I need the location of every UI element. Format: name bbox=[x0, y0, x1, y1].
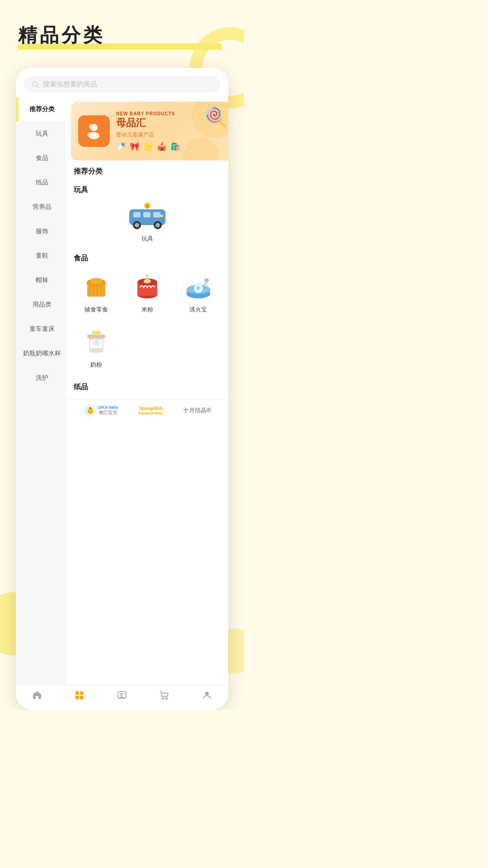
svg-rect-49 bbox=[75, 696, 79, 699]
category-item-qinghuobao[interactable]: 清火宝 bbox=[173, 266, 224, 321]
sidebar-item-nutrition[interactable]: 营养品 bbox=[16, 195, 66, 219]
phone-mockup: 搜索你想要的商品 推荐分类 玩具 食品 纸品 营养品 服饰 童鞋 帽袜 用品类 … bbox=[16, 68, 228, 710]
svg-rect-7 bbox=[133, 212, 141, 217]
milk-powder-icon bbox=[81, 326, 112, 357]
banner-icon-2: 🎀 bbox=[130, 142, 140, 151]
svg-point-31 bbox=[145, 274, 149, 277]
chat-icon bbox=[117, 690, 127, 703]
qinghuobao-label: 清火宝 bbox=[189, 306, 207, 314]
svg-point-56 bbox=[205, 692, 209, 695]
bus-svg bbox=[127, 201, 168, 231]
section-title-toys: 玩具 bbox=[66, 179, 228, 198]
nav-item-category[interactable] bbox=[58, 690, 101, 703]
rice-flour-icon-wrap bbox=[131, 270, 164, 303]
nav-item-cart[interactable] bbox=[143, 690, 186, 703]
svg-rect-9 bbox=[153, 212, 160, 217]
nav-item-home[interactable] bbox=[16, 690, 58, 703]
search-bar: 搜索你想要的商品 bbox=[16, 68, 228, 97]
rice-flour-icon bbox=[132, 271, 163, 302]
sidebar-item-bottle[interactable]: 奶瓶奶嘴水杯 bbox=[16, 341, 66, 366]
svg-point-13 bbox=[155, 223, 160, 227]
october-label: 十月结晶® bbox=[183, 407, 211, 414]
brand-zhiji: 👶 ZHIJI baby 智己宝贝 bbox=[84, 404, 118, 417]
grid-icon bbox=[74, 690, 85, 703]
toy-bus-icon bbox=[127, 201, 168, 233]
brand-spongebob: SpongeBob SquarePants bbox=[138, 406, 163, 415]
rice-flour-label: 米粉 bbox=[141, 306, 153, 314]
cart-icon bbox=[159, 690, 170, 703]
toy-section: 玩具 bbox=[66, 198, 228, 247]
svg-point-0 bbox=[33, 82, 38, 87]
zhiji-label: ZHIJI baby 智己宝贝 bbox=[98, 405, 118, 416]
brand-october: 十月结晶® bbox=[183, 406, 211, 415]
search-icon bbox=[31, 80, 39, 89]
svg-point-46 bbox=[95, 340, 98, 343]
nav-item-message[interactable] bbox=[101, 690, 143, 703]
svg-point-25 bbox=[90, 278, 103, 284]
search-input-wrap[interactable]: 搜索你想要的商品 bbox=[24, 76, 220, 93]
svg-point-37 bbox=[204, 278, 209, 283]
svg-point-35 bbox=[196, 286, 201, 290]
sidebar-item-shoes[interactable]: 童鞋 bbox=[16, 244, 66, 268]
svg-point-17 bbox=[148, 205, 149, 206]
sidebar-item-paper[interactable]: 纸品 bbox=[16, 170, 66, 195]
right-content: NEW BABY PRODUCTS 母品汇 婴幼儿童康产品 🍼 🎀 🌟 🎪 🛍️… bbox=[66, 97, 228, 685]
svg-rect-8 bbox=[143, 212, 150, 217]
milk-powder-grid: 奶粉 bbox=[66, 321, 228, 376]
search-placeholder: 搜索你想要的商品 bbox=[43, 80, 97, 89]
bottom-nav bbox=[16, 685, 228, 710]
svg-rect-48 bbox=[80, 691, 84, 695]
page-header: 精品分类 bbox=[0, 0, 244, 59]
sidebar-item-stroller[interactable]: 童车童床 bbox=[16, 317, 66, 341]
banner-icon-1: 🍼 bbox=[116, 142, 126, 151]
category-item-milk-powder[interactable]: 奶粉 bbox=[71, 321, 122, 376]
qinghuobao-icon-wrap bbox=[182, 270, 215, 303]
sidebar-item-recommended[interactable]: 推荐分类 bbox=[16, 97, 66, 122]
banner-logo-icon bbox=[84, 121, 104, 141]
svg-point-15 bbox=[144, 203, 150, 209]
section-title-paper: 纸品 bbox=[66, 376, 228, 395]
svg-point-11 bbox=[135, 223, 139, 227]
person-icon bbox=[202, 690, 212, 703]
svg-point-16 bbox=[146, 205, 147, 206]
sidebar-item-supplies[interactable]: 用品类 bbox=[16, 292, 66, 317]
svg-point-55 bbox=[166, 698, 168, 699]
home-icon bbox=[32, 690, 42, 703]
qinghuobao-icon bbox=[183, 271, 214, 302]
category-item-rice-flour[interactable]: 米粉 bbox=[122, 266, 173, 321]
svg-rect-41 bbox=[92, 331, 101, 334]
complementary-label: 辅食零食 bbox=[84, 306, 108, 314]
category-item-complementary[interactable]: 辅食零食 bbox=[71, 266, 122, 321]
sidebar-item-food[interactable]: 食品 bbox=[16, 146, 66, 170]
banner-logo-box bbox=[78, 115, 110, 147]
complementary-icon-wrap bbox=[80, 270, 113, 303]
sidebar-item-clothing[interactable]: 服饰 bbox=[16, 219, 66, 244]
svg-point-54 bbox=[162, 698, 164, 699]
sidebar-item-hats[interactable]: 帽袜 bbox=[16, 268, 66, 292]
banner[interactable]: NEW BABY PRODUCTS 母品汇 婴幼儿童康产品 🍼 🎀 🌟 🎪 🛍️… bbox=[71, 102, 228, 160]
sidebar-item-toys[interactable]: 玩具 bbox=[16, 122, 66, 146]
sidebar-item-care[interactable]: 洗护 bbox=[16, 366, 66, 390]
svg-rect-50 bbox=[80, 696, 84, 699]
complementary-icon bbox=[81, 271, 112, 302]
zhiji-icon: 👶 bbox=[84, 404, 96, 417]
food-category-grid: 辅食零食 bbox=[66, 266, 228, 321]
svg-point-5 bbox=[87, 132, 95, 137]
banner-icon-3: 🌟 bbox=[143, 142, 153, 151]
svg-line-1 bbox=[37, 86, 38, 88]
section-title-food: 食品 bbox=[66, 247, 228, 266]
banner-icon-4: 🎪 bbox=[157, 142, 167, 151]
banner-icon-5: 🛍️ bbox=[170, 142, 180, 151]
nav-item-profile[interactable] bbox=[186, 690, 228, 703]
banner-deco-candy: 🍭 bbox=[205, 106, 227, 127]
section-title-recommended: 推荐分类 bbox=[66, 160, 228, 179]
milk-powder-label: 奶粉 bbox=[90, 361, 102, 369]
svg-rect-14 bbox=[160, 215, 163, 217]
brand-row: 👶 ZHIJI baby 智己宝贝 SpongeBob SquarePants … bbox=[66, 399, 228, 421]
svg-point-3 bbox=[89, 124, 94, 129]
svg-rect-47 bbox=[75, 691, 79, 695]
toy-label: 玩具 bbox=[141, 235, 153, 243]
sidebar: 推荐分类 玩具 食品 纸品 营养品 服饰 童鞋 帽袜 用品类 童车童床 奶瓶奶嘴… bbox=[16, 97, 66, 685]
milk-powder-icon-wrap bbox=[80, 326, 113, 358]
page-title: 精品分类 bbox=[18, 23, 244, 50]
